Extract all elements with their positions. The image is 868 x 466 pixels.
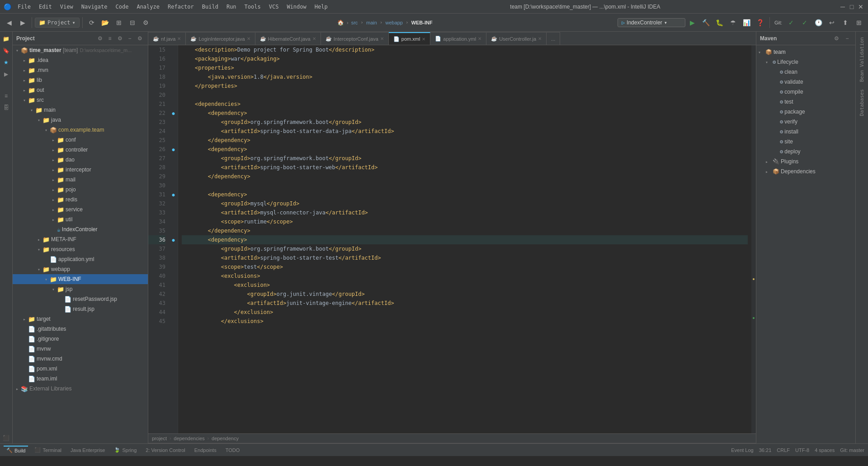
tab-appyml[interactable]: 📄 application.yml ✕: [430, 32, 486, 45]
tree-item-webinf[interactable]: ▾ 📁 WEB-INF: [13, 274, 148, 284]
panel-settings-btn[interactable]: ⚙: [115, 34, 124, 43]
tree-item-src[interactable]: ▾ 📁 src: [13, 95, 148, 105]
structure-icon-btn[interactable]: ≡: [1, 90, 12, 101]
collapse-button[interactable]: ⊟: [126, 16, 139, 29]
bottom-tab-javaenterprise[interactable]: Java Enterprise: [68, 447, 108, 454]
profile-button[interactable]: 📊: [741, 16, 753, 29]
menu-code[interactable]: Code: [112, 3, 132, 11]
debug-button[interactable]: 🐛: [713, 16, 726, 29]
code-content[interactable]: <description>Demo project for Spring Boo…: [178, 45, 751, 433]
tab-usercontroller[interactable]: ☕ UserController.ja ✕: [486, 32, 547, 45]
tree-item-main[interactable]: ▾ 📁 main: [13, 105, 148, 115]
tree-item-java[interactable]: ▾ 📁 java: [13, 115, 148, 125]
tree-item-pomxml[interactable]: 📄 pom.xml: [13, 364, 148, 374]
menu-analyze[interactable]: Analyze: [133, 3, 163, 11]
forward-button[interactable]: ▶: [16, 16, 29, 29]
window-controls[interactable]: ─ □ ✕: [839, 3, 864, 10]
tree-item-idea[interactable]: ▸ 📁 .idea: [13, 55, 148, 65]
project-selector[interactable]: 📁 Project ▾: [35, 18, 80, 28]
toolbar-breadcrumb-src[interactable]: src: [351, 20, 358, 25]
git-revert-button[interactable]: ↩: [826, 16, 838, 29]
status-indent[interactable]: 4 spaces: [815, 447, 835, 453]
run-config-selector[interactable]: ▷ IndexControler ▾: [618, 18, 685, 27]
status-crlf[interactable]: CRLF: [777, 447, 790, 453]
tree-item-target[interactable]: ▸ 📁 target: [13, 314, 148, 324]
menu-run[interactable]: Run: [223, 3, 240, 11]
sync-button[interactable]: ⟳: [85, 16, 98, 29]
tree-item-lib[interactable]: ▸ 📁 lib: [13, 75, 148, 85]
menu-bar[interactable]: File Edit View Navigate Code Analyze Ref…: [14, 3, 331, 11]
tree-item-jsp[interactable]: ▾ 📁 jsp: [13, 284, 148, 294]
tree-item-dao[interactable]: ▸ 📁 dao: [13, 155, 148, 165]
panel-hide-btn[interactable]: −: [125, 34, 134, 43]
help-icon-button[interactable]: ❓: [754, 16, 767, 29]
tab-logininterceptor[interactable]: ☕ LoginInterceptor.java ✕: [186, 32, 255, 45]
bottom-tab-terminal[interactable]: ⬛ Terminal: [32, 446, 64, 454]
tab-interceptor-close[interactable]: ✕: [380, 36, 384, 41]
maven-item-team[interactable]: ▾ 📦 team: [756, 47, 855, 57]
maven-lifecycle-group[interactable]: ▾ ⚙ Lifecycle: [756, 57, 855, 67]
run-button[interactable]: ▶: [686, 16, 699, 29]
menu-view[interactable]: View: [57, 3, 77, 11]
databases-label[interactable]: Databases: [857, 86, 867, 120]
git-check-button[interactable]: ✓: [785, 16, 797, 29]
tree-item-pojo[interactable]: ▸ 📁 pojo: [13, 185, 148, 195]
tab-nf[interactable]: ☕ nf.java ✕: [148, 32, 186, 45]
bottom-tab-build[interactable]: 🔨 Build: [4, 446, 28, 454]
maven-settings-btn[interactable]: ⚙: [832, 34, 841, 43]
tree-item-out[interactable]: ▸ 📁 out: [13, 85, 148, 95]
bookmarks-icon-btn[interactable]: 🔖: [1, 45, 12, 56]
menu-window[interactable]: Window: [283, 3, 310, 11]
menu-refactor[interactable]: Refactor: [164, 3, 198, 11]
panel-scope-btn[interactable]: ⚙: [95, 34, 104, 43]
tree-item-redis[interactable]: ▸ 📁 redis: [13, 195, 148, 204]
maximize-button[interactable]: □: [848, 3, 855, 10]
git-push-button[interactable]: ⬆: [839, 16, 852, 29]
tree-item-service[interactable]: ▸ 📁 service: [13, 204, 148, 214]
close-button[interactable]: ✕: [857, 3, 864, 10]
menu-edit[interactable]: Edit: [35, 3, 56, 11]
gutter-icon-22[interactable]: ●: [169, 109, 178, 118]
tree-item-resources[interactable]: ▾ 📁 resources: [13, 244, 148, 254]
maven-plugins-group[interactable]: ▸ 🔌 Plugins: [756, 157, 855, 166]
project-icon-btn[interactable]: 📁: [1, 33, 12, 44]
tree-item-mvnwcmd[interactable]: 📄 mvnw.cmd: [13, 354, 148, 364]
maven-lifecycle-package[interactable]: ⚙ package: [756, 107, 855, 117]
tab-more[interactable]: ...: [547, 32, 560, 45]
tree-item-teamiml[interactable]: 📄 team.iml: [13, 374, 148, 384]
menu-build[interactable]: Build: [198, 3, 222, 11]
menu-tools[interactable]: Tools: [241, 3, 264, 11]
folder-button[interactable]: 📂: [99, 16, 112, 29]
breadcrumb-dependency[interactable]: dependency: [212, 436, 239, 441]
bottom-tab-versioncontrol[interactable]: 2: Version Control: [143, 447, 188, 454]
tree-item-mvn[interactable]: ▸ 📁 .mvn: [13, 65, 148, 75]
menu-file[interactable]: File: [14, 3, 34, 11]
tree-item-conf[interactable]: ▸ 📁 conf: [13, 135, 148, 145]
tree-item-gitattributes[interactable]: 📄 .gitattributes: [13, 324, 148, 334]
tree-item-webapp[interactable]: ▾ 📁 webapp: [13, 264, 148, 274]
back-button[interactable]: ◀: [3, 16, 15, 29]
bottom-tab-spring[interactable]: 🍃 Spring: [111, 446, 139, 454]
tree-item-indexcontroler[interactable]: ☕ IndexControler: [13, 224, 148, 234]
bottom-tab-todo[interactable]: TODO: [223, 447, 243, 454]
maven-dependencies-group[interactable]: ▸ 📦 Dependencies: [756, 166, 855, 176]
tab-user-close[interactable]: ✕: [538, 36, 542, 41]
toolbar-breadcrumb-webapp[interactable]: webapp: [385, 20, 403, 25]
tree-item-metainf[interactable]: ▸ 📁 META-INF: [13, 234, 148, 244]
favorites-icon-btn[interactable]: ★: [1, 57, 12, 68]
tree-item-util[interactable]: ▸ 📁 util: [13, 214, 148, 224]
tree-item-result[interactable]: 📄 result.jsp: [13, 304, 148, 314]
tab-pomxml[interactable]: 📄 pom.xml ✕: [389, 32, 431, 45]
menu-vcs[interactable]: VCS: [265, 3, 283, 11]
maven-lifecycle-clean[interactable]: ⚙ clean: [756, 67, 855, 77]
databases-icon-btn[interactable]: 🗄: [1, 102, 12, 113]
maven-lifecycle-test[interactable]: ⚙ test: [756, 97, 855, 107]
maven-lifecycle-site[interactable]: ⚙ site: [756, 137, 855, 147]
tree-item-appyml[interactable]: 📄 application.yml: [13, 254, 148, 264]
git-history-button[interactable]: 🕐: [812, 16, 825, 29]
maven-lifecycle-install[interactable]: ⚙ install: [756, 127, 855, 137]
gutter-icon-36[interactable]: ●: [169, 235, 178, 244]
tree-item-controller[interactable]: ▸ 📁 controller: [13, 145, 148, 155]
tab-appyml-close[interactable]: ✕: [478, 36, 481, 41]
maven-lifecycle-validate[interactable]: ⚙ validate: [756, 77, 855, 87]
